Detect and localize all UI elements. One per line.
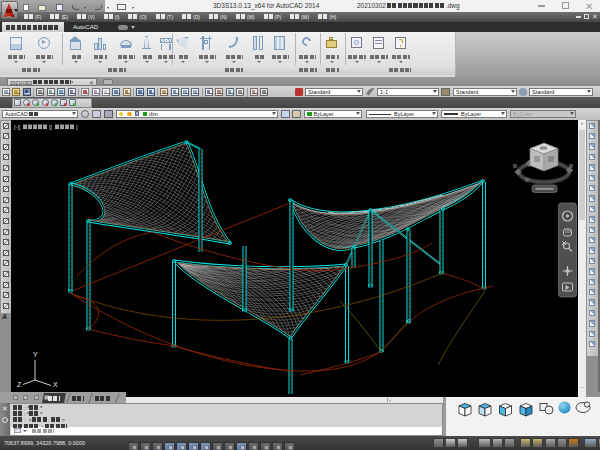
svg-text:[-][: [-][ xyxy=(14,124,21,130)
svg-text:X: X xyxy=(53,381,58,388)
svg-text:][: ][ xyxy=(49,124,53,130)
svg-text:Y: Y xyxy=(33,351,38,358)
svg-text:]: ] xyxy=(76,124,78,130)
svg-text:Z: Z xyxy=(17,381,22,388)
